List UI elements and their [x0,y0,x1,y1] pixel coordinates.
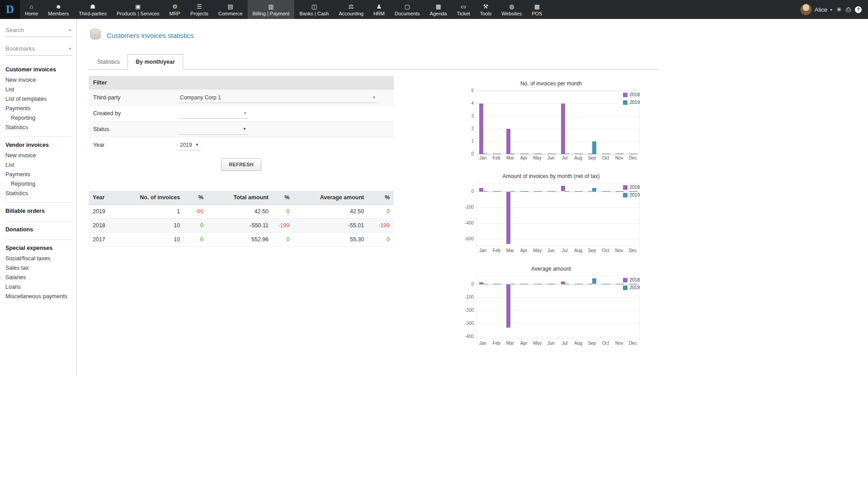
bar-2019-may [538,284,542,284]
sidebar-section-title-customer-invoices[interactable]: Customer invoices [5,66,72,74]
table-row-2018: 2018100-550.11-199-55.01-199 [89,219,394,233]
sidebar-item-statistics[interactable]: Statistics [5,188,72,198]
sidebar-section-billable-orders: Billable orders [5,202,72,221]
nav-item-documents[interactable]: ▢Documents [390,0,425,19]
bug-icon[interactable]: ✳ [836,6,842,13]
sidebar: Search ▾ Bookmarks ▾ Customer invoicesNe… [0,19,77,376]
column-header-pct-2[interactable]: % [184,191,208,205]
sidebar-section-title-special-expenses[interactable]: Special expenses [5,244,72,252]
sidebar-section-title-billable-orders[interactable]: Billable orders [5,207,72,215]
nav-item-accounting[interactable]: ⚖Accounting [334,0,368,19]
cell-x-2017: 0 [273,233,293,247]
bar-2018-oct [602,284,606,284]
bar-2018-apr [520,191,524,192]
nav-item-tools[interactable]: ⚒Tools [475,0,496,19]
gridline [476,337,639,337]
bar-2018-mar [506,129,510,154]
user-menu[interactable]: Alice ▾ [800,4,832,15]
bar-2018-may [534,284,538,284]
bar-2019-nov [620,154,624,154]
sidebar-section-title-vendor-invoices[interactable]: Vendor invoices [5,141,72,149]
search-dropdown[interactable]: Search ▾ [5,24,72,37]
legend-swatch [623,185,627,190]
nav-item-label: MRP [170,11,180,16]
bar-2018-nov [616,191,620,192]
y-tick-label: 0 [460,151,474,156]
column-header-pct-6[interactable]: % [368,191,394,205]
sidebar-item-list-of-templates[interactable]: List of templates [5,94,72,103]
nav-item-label: Commerce [218,11,243,16]
nav-item-billing-payment[interactable]: ▥Billing | Payment [248,0,295,19]
top-nav: ⌂Home☻Members☗Third-parties▣Products | S… [20,0,797,19]
sidebar-item-payments[interactable]: Payments [5,169,72,179]
print-icon[interactable]: ⎙ [846,6,851,14]
cell-no-of-invoices-2018: 10 [121,219,184,233]
status-select[interactable]: ▼ [178,124,248,135]
column-header-year[interactable]: Year [89,191,121,205]
sidebar-item-list[interactable]: List [5,84,72,94]
nav-item-pos[interactable]: ▩POS [527,0,547,19]
bar-2018-aug [575,154,579,154]
nav-item-home[interactable]: ⌂Home [20,0,43,19]
nav-item-projects[interactable]: ☰Projects [185,0,213,19]
sidebar-item-list[interactable]: List [5,160,72,169]
cell-average-amount-2017: 55.30 [293,233,368,247]
nav-item-commerce[interactable]: ▤Commerce [213,0,248,19]
sidebar-item-sales-tax[interactable]: Sales tax [5,263,72,272]
sidebar-item-salaries[interactable]: Salaries [5,272,72,282]
x-tick-label: Apr [517,341,530,346]
bar-2018-sep [588,284,592,284]
column-header-average-amount[interactable]: Average amount [293,191,368,205]
sidebar-item-payments[interactable]: Payments [5,103,72,113]
hrm-icon: ♟ [377,3,382,10]
bar-2018-dec [629,154,633,154]
nav-item-agenda[interactable]: ▦Agenda [425,0,452,19]
column-header-pct-4[interactable]: % [273,191,293,205]
legend-swatch [623,193,627,197]
nav-item-label: Home [25,11,38,16]
nav-item-mrp[interactable]: ⚙MRP [165,0,185,19]
bar-2019-feb [497,284,501,284]
column-header-total-amount[interactable]: Total amount [208,191,273,205]
created-by-select[interactable]: ▾ [178,108,248,119]
sidebar-item-reporting[interactable]: Reporting [5,113,72,122]
sidebar-section-title-donations[interactable]: Donations [5,225,72,234]
bookmarks-label: Bookmarks [5,45,35,52]
plot-wrap: 0-100-200-300-400JanFebMarAprMayJunJulAu… [476,276,642,346]
sidebar-item-social-fiscal-taxes[interactable]: Social/fiscal taxes [5,253,72,263]
year-select[interactable]: 2019 ▼ [178,140,201,150]
x-tick-label: May [531,248,544,253]
nav-item-products-services[interactable]: ▣Products | Services [112,0,165,19]
filter-row-third-party: Third-party Company Corp 1 ▾ [89,89,394,105]
nav-item-third-parties[interactable]: ☗Third-parties [74,0,112,19]
tab-statistics[interactable]: Statistics [90,55,127,69]
nav-item-websites[interactable]: ◍Websites [496,0,527,19]
sidebar-section-donations: Donations [5,221,72,239]
sidebar-item-miscellaneous-payments[interactable]: Miscellaneous payments [5,291,72,301]
year-label: Year [93,142,178,148]
column-header-no-of-invoices[interactable]: No. of invoices [121,191,184,205]
bookmarks-dropdown[interactable]: Bookmarks ▾ [5,43,72,56]
legend-2018: 2018 [623,92,640,97]
third-party-select[interactable]: Company Corp 1 ▾ [178,92,377,103]
refresh-button[interactable]: REFRESH [221,158,261,171]
agenda-icon: ▦ [435,3,441,10]
sidebar-item-new-invoice[interactable]: New invoice [5,150,72,160]
sidebar-item-statistics[interactable]: Statistics [5,122,72,132]
nav-item-hrm[interactable]: ♟HRM [368,0,390,19]
bar-2018-may [534,191,538,192]
nav-item-ticket[interactable]: ▭Ticket [452,0,475,19]
sidebar-item-reporting[interactable]: Reporting [5,179,72,188]
nav-item-members[interactable]: ☻Members [43,0,74,19]
bar-2018-jun [547,154,552,154]
sidebar-item-new-invoice[interactable]: New invoice [5,75,72,84]
dolibarr-logo[interactable]: D [0,0,20,19]
help-icon[interactable]: ? [855,6,862,13]
nav-item-banks-cash[interactable]: ◫Banks | Cash [294,0,334,19]
sidebar-item-loans[interactable]: Loans [5,282,72,291]
x-tick-label: Mar [503,248,517,253]
y-tick-label: -600 [460,236,474,241]
legend-label: 2018 [630,92,640,97]
tab-by-month-year[interactable]: By month/year [127,54,183,70]
y-tick-label: -400 [460,334,474,339]
